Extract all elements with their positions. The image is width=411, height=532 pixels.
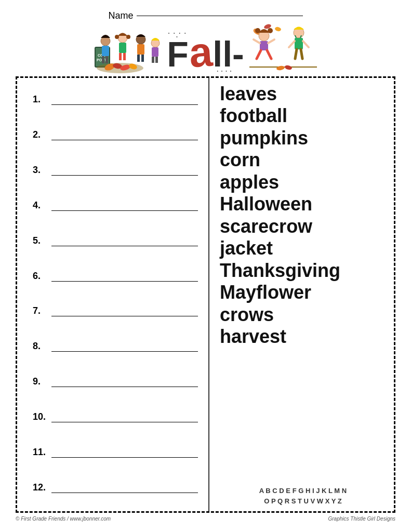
svg-rect-9 (102, 46, 109, 56)
name-label: Name (108, 10, 133, 21)
svg-line-43 (295, 49, 297, 59)
svg-rect-17 (123, 53, 126, 60)
word-crows: crows (220, 304, 386, 326)
svg-line-35 (257, 50, 261, 59)
line-item-10[interactable]: 10. (33, 411, 198, 423)
header-area: COM- POST (16, 21, 395, 73)
right-clipart-svg (249, 21, 317, 73)
word-halloween: Halloween (220, 193, 386, 215)
clipart-right (249, 21, 317, 73)
write-line-7[interactable] (51, 316, 198, 316)
numbered-lines-panel: 1. 2. 3. 4. 5. 6. (17, 78, 209, 511)
write-line-1[interactable] (51, 104, 198, 105)
svg-line-42 (303, 41, 309, 47)
line-item-6[interactable]: 6. (33, 271, 198, 283)
clipart-left: COM- POST (94, 21, 162, 73)
worksheet-page: Name COM- POST (0, 0, 411, 532)
line-number-4: 4. (33, 200, 51, 211)
svg-point-46 (276, 65, 285, 71)
line-number-1: 1. (33, 94, 51, 105)
svg-point-13 (115, 35, 119, 39)
svg-text:POST: POST (97, 58, 107, 62)
line-item-11[interactable]: 11. (33, 447, 198, 459)
svg-rect-20 (137, 55, 140, 62)
name-row: Name (16, 10, 395, 21)
svg-point-14 (126, 35, 130, 39)
svg-rect-15 (119, 43, 126, 53)
svg-line-36 (267, 50, 271, 59)
left-clipart-svg: COM- POST (94, 21, 162, 73)
line-number-2: 2. (33, 129, 51, 140)
line-number-12: 12. (33, 482, 51, 493)
write-line-10[interactable] (51, 422, 198, 422)
line-item-2[interactable]: 2. (33, 129, 198, 141)
svg-rect-10 (102, 56, 104, 63)
line-number-3: 3. (33, 165, 51, 176)
write-line-3[interactable] (51, 175, 198, 176)
line-item-4[interactable]: 4. (33, 200, 198, 212)
svg-rect-16 (119, 53, 122, 60)
line-number-11: 11. (33, 447, 51, 458)
line-item-1[interactable]: 1. (33, 94, 198, 106)
word-harvest: harvest (220, 326, 386, 348)
svg-point-47 (284, 64, 293, 70)
line-item-8[interactable]: 8. (33, 341, 198, 353)
word-scarecrow: scarecrow (220, 216, 386, 237)
line-number-7: 7. (33, 305, 51, 316)
line-item-9[interactable]: 9. (33, 376, 198, 388)
main-content-box: 1. 2. 3. 4. 5. 6. (16, 76, 395, 513)
write-line-4[interactable] (51, 210, 198, 211)
svg-line-34 (268, 39, 274, 43)
line-item-5[interactable]: 5. (33, 235, 198, 247)
svg-rect-11 (105, 56, 108, 63)
write-line-6[interactable] (51, 281, 198, 282)
word-jacket: jacket (220, 237, 386, 259)
fall-title: • • • • • F a ll • • • • - (162, 32, 249, 73)
footer-left: © First Grade Friends / www.jbonner.com (16, 516, 111, 522)
svg-point-28 (274, 26, 282, 32)
alphabet-row2: O P Q R S T U V W X Y Z (220, 496, 386, 507)
word-thanksgiving: Thanksgiving (220, 260, 386, 282)
word-pumpkins: pumpkins (220, 127, 386, 149)
word-corn: corn (220, 149, 386, 171)
svg-line-33 (254, 39, 260, 43)
word-leaves: leaves (220, 83, 386, 105)
svg-rect-38 (295, 38, 303, 49)
svg-rect-19 (137, 44, 144, 55)
vocabulary-panel: leaves football pumpkins corn apples Hal… (209, 78, 394, 511)
write-line-5[interactable] (51, 246, 198, 246)
footer: © First Grade Friends / www.jbonner.com … (16, 516, 395, 522)
write-line-2[interactable] (51, 140, 198, 140)
name-write-line[interactable] (137, 16, 303, 16)
line-item-7[interactable]: 7. (33, 305, 198, 317)
svg-point-31 (268, 28, 273, 33)
svg-rect-32 (260, 41, 268, 50)
svg-line-44 (301, 49, 302, 59)
write-line-8[interactable] (51, 351, 198, 352)
write-line-9[interactable] (51, 387, 198, 387)
svg-rect-23 (152, 47, 158, 57)
svg-rect-25 (155, 57, 158, 63)
line-item-3[interactable]: 3. (33, 165, 198, 177)
line-item-12[interactable]: 12. (33, 482, 198, 494)
word-apples: apples (220, 171, 386, 193)
footer-right: Graphics Thistle Girl Designs (328, 516, 395, 522)
write-line-11[interactable] (51, 457, 198, 458)
line-number-9: 9. (33, 376, 51, 387)
alphabet-section: A B C D E F G H I J K L M N O P Q R S T … (220, 481, 386, 506)
line-number-10: 10. (33, 411, 51, 422)
svg-point-30 (255, 28, 260, 33)
line-number-6: 6. (33, 271, 51, 282)
svg-rect-21 (141, 55, 144, 62)
svg-rect-24 (152, 57, 154, 63)
write-line-12[interactable] (51, 493, 198, 493)
word-mayflower: Mayflower (220, 282, 386, 303)
line-number-5: 5. (33, 235, 51, 246)
alphabet-row1: A B C D E F G H I J K L M N (220, 486, 386, 496)
svg-line-41 (289, 41, 295, 47)
word-list: leaves football pumpkins corn apples Hal… (220, 83, 386, 348)
word-football: football (220, 105, 386, 127)
line-number-8: 8. (33, 341, 51, 352)
